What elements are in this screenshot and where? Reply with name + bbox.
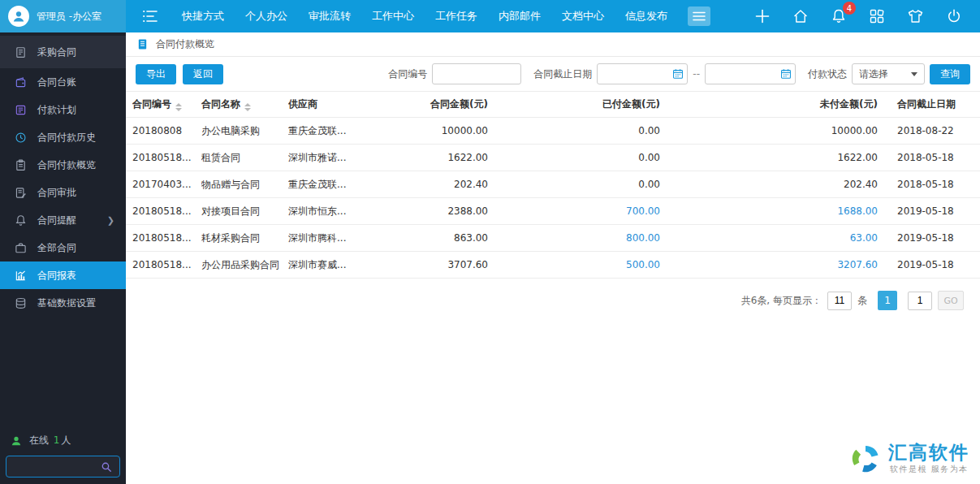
cell-supplier: 深圳市恒东... — [288, 205, 384, 218]
approval-icon — [14, 186, 27, 199]
back-button[interactable]: 返回 — [183, 64, 223, 84]
sidebar-item-base-data-settings[interactable]: 基础数据设置 — [0, 289, 126, 317]
nav-item-info-publish[interactable]: 信息发布 — [615, 0, 678, 32]
app-window: 管理员 -办公室 快捷方式 个人办公 审批流转 工作中心 工作任务 内部邮件 文… — [0, 0, 980, 484]
sidebar-item-purchase-contract[interactable]: 采购合同 — [0, 36, 126, 68]
calendar-icon[interactable] — [780, 68, 792, 80]
table-row[interactable]: 20170403... 物品赠与合同 重庆金茂联... 202.40 0.00 … — [126, 171, 980, 198]
cell-supplier: 深圳市赛威... — [288, 258, 384, 272]
cell-deadline: 2018-05-18 — [878, 179, 972, 190]
online-user-icon — [11, 435, 22, 447]
nav-item-work-tasks[interactable]: 工作任务 — [425, 0, 488, 32]
cell-name: 租赁合同 — [201, 151, 288, 165]
nav-item-work-center[interactable]: 工作中心 — [361, 0, 425, 32]
sort-icon[interactable] — [175, 103, 182, 111]
online-status: 在线 1人 — [11, 434, 115, 447]
pagination-unit: 条 — [857, 294, 867, 308]
table-header: 合同编号 合同名称 供应商 合同金额(元) 已付金额(元) 未付金额(元) 合同… — [126, 91, 980, 118]
cell-amount: 863.00 — [384, 232, 488, 244]
cell-amount: 3707.60 — [384, 259, 488, 270]
cell-paid-link[interactable]: 800.00 — [488, 232, 660, 244]
table-row[interactable]: 20180518... 办公用品采购合同 深圳市赛威... 3707.60 50… — [126, 252, 980, 279]
column-header-name[interactable]: 合同名称 — [201, 97, 288, 111]
vendor-logo: 汇高软件 软件是根 服务为本 — [847, 440, 969, 478]
column-header-code[interactable]: 合同编号 — [132, 97, 201, 111]
vendor-name: 汇高软件 — [888, 443, 969, 462]
nav-item-document-center[interactable]: 文档中心 — [551, 0, 615, 32]
export-button[interactable]: 导出 — [136, 64, 176, 84]
sidebar-footer: 在线 1人 — [0, 434, 126, 478]
contract-code-input[interactable] — [432, 63, 521, 84]
user-menu[interactable]: 管理员 -办公室 — [0, 0, 126, 32]
sidebar-item-payment-history[interactable]: 合同付款历史 — [0, 123, 126, 151]
sidebar-item-label: 合同台账 — [37, 76, 76, 89]
toolbar: 导出 返回 合同编号 合同截止日期 -- 付款状态 — [126, 57, 980, 91]
sidebar-search-input[interactable] — [14, 460, 101, 473]
column-header-unpaid: 未付金额(元) — [660, 97, 878, 111]
cell-code: 20170403... — [132, 179, 201, 190]
nav-item-internal-mail[interactable]: 内部邮件 — [488, 0, 551, 32]
cell-unpaid-link[interactable]: 3207.60 — [660, 259, 878, 270]
vendor-tagline: 软件是根 服务为本 — [888, 464, 969, 475]
search-icon[interactable] — [101, 461, 112, 473]
cell-deadline: 2019-05-18 — [878, 205, 972, 217]
cell-paid-link[interactable]: 700.00 — [488, 205, 660, 217]
current-page-button[interactable]: 1 — [878, 291, 897, 310]
calendar-icon[interactable] — [672, 68, 684, 80]
theme-icon[interactable] — [907, 8, 924, 24]
apps-icon[interactable] — [869, 8, 885, 24]
topbar-main: 快捷方式 个人办公 审批流转 工作中心 工作任务 内部邮件 文档中心 信息发布 — [126, 0, 980, 32]
search-button[interactable]: 查询 — [930, 64, 970, 84]
bell-icon — [14, 214, 27, 227]
cell-unpaid-link[interactable]: 63.00 — [660, 232, 878, 244]
current-user-label: 管理员 -办公室 — [37, 10, 101, 24]
avatar[interactable] — [8, 6, 29, 27]
chart-icon — [14, 269, 27, 282]
cell-paid: 0.00 — [488, 152, 660, 163]
sort-icon[interactable] — [244, 103, 251, 111]
topbar-actions: 4 — [754, 8, 980, 24]
date-range-separator: -- — [693, 68, 700, 80]
sidebar-item-contract-reminder[interactable]: 合同提醒 ❯ — [0, 206, 126, 234]
nav-item-approval-flow[interactable]: 审批流转 — [298, 0, 361, 32]
cell-paid-link[interactable]: 500.00 — [488, 259, 660, 270]
sidebar-item-label: 合同付款概览 — [37, 158, 96, 172]
sidebar-item-payment-plan[interactable]: 付款计划 — [0, 96, 126, 123]
goto-page-input[interactable] — [908, 292, 932, 310]
plus-icon[interactable] — [754, 8, 771, 24]
content: 合同付款概览 导出 返回 合同编号 合同截止日期 -- — [126, 32, 980, 484]
sidebar-item-contract-approval[interactable]: 合同审批 — [0, 179, 126, 206]
sidebar-item-payment-overview[interactable]: 合同付款概览 — [0, 151, 126, 179]
nav-item-personal-office[interactable]: 个人办公 — [235, 0, 298, 32]
cell-name: 耗材采购合同 — [201, 231, 288, 245]
power-icon[interactable] — [946, 8, 962, 24]
payment-status-select[interactable]: 请选择 — [852, 63, 925, 84]
column-header-paid: 已付金额(元) — [488, 97, 660, 111]
column-header-supplier: 供应商 — [288, 97, 384, 111]
table-row[interactable]: 20180808 办公电脑采购 重庆金茂联... 10000.00 0.00 1… — [126, 118, 980, 145]
nav-item-shortcuts[interactable]: 快捷方式 — [171, 0, 235, 32]
go-button[interactable]: GO — [938, 291, 964, 310]
more-menu-button[interactable] — [688, 6, 710, 26]
payment-plan-icon — [14, 103, 27, 116]
notifications-icon[interactable]: 4 — [831, 8, 847, 24]
sidebar-item-all-contracts[interactable]: 全部合同 — [0, 234, 126, 261]
cell-code: 20180518... — [132, 152, 201, 163]
sidebar-item-contract-ledger[interactable]: 合同台账 — [0, 68, 126, 96]
page-title: 合同付款概览 — [156, 37, 214, 51]
sidebar-item-contract-reports[interactable]: 合同报表 — [0, 261, 126, 289]
cell-amount: 2388.00 — [384, 205, 488, 217]
topbar: 管理员 -办公室 快捷方式 个人办公 审批流转 工作中心 工作任务 内部邮件 文… — [0, 0, 980, 32]
home-icon[interactable] — [792, 8, 809, 24]
cell-deadline: 2018-05-18 — [878, 152, 972, 163]
table-row[interactable]: 20180518... 耗材采购合同 深圳市腾科... 863.00 800.0… — [126, 225, 980, 252]
cell-unpaid-link[interactable]: 1688.00 — [660, 205, 878, 217]
page-size-input[interactable] — [827, 292, 852, 310]
table-row[interactable]: 20180518... 对接项目合同 深圳市恒东... 2388.00 700.… — [126, 198, 980, 225]
table-row[interactable]: 20180518... 租赁合同 深圳市雅诺... 1622.00 0.00 1… — [126, 145, 980, 171]
sidebar-item-label: 合同报表 — [37, 269, 76, 283]
menu-toggle-icon[interactable] — [142, 9, 158, 24]
sidebar-item-label: 基础数据设置 — [37, 296, 96, 310]
sidebar-item-label: 合同提醒 — [37, 214, 76, 227]
cell-name: 物品赠与合同 — [201, 178, 288, 192]
